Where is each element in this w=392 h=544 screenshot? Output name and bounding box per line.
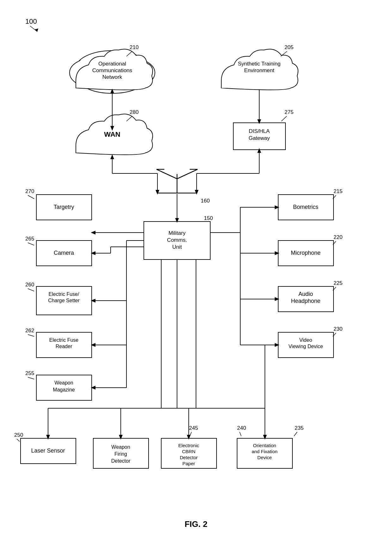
ref-225: 225 xyxy=(334,280,342,286)
mcu-label-line3: Unit xyxy=(172,244,182,250)
targetry-label: Targetry xyxy=(53,204,74,210)
wfd-label-line1: Weapon xyxy=(111,444,130,450)
svg-line-0 xyxy=(30,26,37,32)
ref-255: 255 xyxy=(25,370,34,376)
efr-label-line2: Reader xyxy=(56,344,72,349)
ocn-label-line1: Operational xyxy=(98,61,126,67)
ecbrn-label-line1: Electronic xyxy=(178,443,199,448)
svg-line-22 xyxy=(28,289,34,291)
wm-label-line1: Weapon xyxy=(54,380,73,385)
ocn-label-line3: Network xyxy=(102,74,122,80)
svg-line-23 xyxy=(28,335,34,336)
mcu-label-line2: Comms. xyxy=(167,237,187,243)
svg-line-16 xyxy=(156,169,177,179)
efcs-label-line1: Electric Fuse/ xyxy=(49,291,79,297)
ste-label-line2: Environment xyxy=(244,67,274,73)
svg-line-24 xyxy=(28,377,34,379)
ref-265: 265 xyxy=(25,236,34,242)
camera-label: Camera xyxy=(54,250,74,256)
oafd-label-line1: Orientation xyxy=(253,443,276,448)
svg-marker-51 xyxy=(91,231,95,234)
ref-250: 250 xyxy=(14,432,23,438)
audioheadphone-label-line1: Audio xyxy=(298,291,313,297)
videoviewing-label-line1: Video xyxy=(299,337,312,343)
svg-line-17 xyxy=(177,169,198,179)
efcs-label-line2: Charge Setter xyxy=(48,298,80,303)
svg-line-13 xyxy=(281,116,287,121)
figure-label: FIG. 2 xyxy=(185,519,207,529)
ref-235: 235 xyxy=(295,425,303,431)
audioheadphone-label-line2: Headphone xyxy=(291,298,320,304)
oafd-label-line3: Device xyxy=(257,455,272,460)
microphone-label: Microphone xyxy=(291,250,321,256)
efr-label-line1: Electric Fuse xyxy=(49,337,79,343)
ocn-cloud: Operational Communications Network xyxy=(70,49,155,93)
wfd-label-line2: Firing xyxy=(114,451,127,457)
ref-240: 240 xyxy=(237,425,246,431)
wfd-label-line3: Detector xyxy=(111,458,131,464)
ref-160: 160 xyxy=(201,198,210,204)
svg-line-32 xyxy=(240,432,241,436)
svg-marker-42 xyxy=(156,190,159,195)
mcu-label-line1: Military xyxy=(168,230,186,236)
videoviewing-label-line2: Viewing Device xyxy=(288,344,323,349)
figure-ref-100: 100 xyxy=(25,17,37,25)
oafd-label-line2: and Fixation xyxy=(252,449,278,454)
ecbrn-label-line3: Detector xyxy=(180,455,198,460)
dishla-label-line2: Gateway xyxy=(248,135,270,141)
svg-marker-47 xyxy=(195,190,199,195)
ref-205: 205 xyxy=(285,44,293,50)
wan-cloud: WAN xyxy=(76,114,153,155)
ste-cloud: Synthetic Training Environment xyxy=(221,49,298,90)
ref-245: 245 xyxy=(189,425,198,431)
ocn-label-line2: Communications xyxy=(92,67,132,73)
ref-270: 270 xyxy=(25,188,34,194)
bometrics-label: Bometrics xyxy=(293,204,318,210)
svg-line-21 xyxy=(28,243,34,245)
wan-label: WAN xyxy=(104,130,120,138)
ref-280: 280 xyxy=(130,109,138,115)
ecbrn-label-line2: CBRN xyxy=(182,449,196,454)
ref-215: 215 xyxy=(334,188,342,194)
ref-262: 262 xyxy=(25,328,34,334)
diagram-container: 100 Operational Communications Network 2… xyxy=(0,0,392,544)
ste-label-line1: Synthetic Training xyxy=(238,61,280,67)
svg-line-31 xyxy=(294,432,297,436)
ecbrn-label-line4: Paper xyxy=(182,461,195,466)
svg-line-29 xyxy=(17,439,20,441)
ref-220: 220 xyxy=(334,234,342,240)
ref-260: 260 xyxy=(25,282,34,288)
antenna-symbol xyxy=(156,169,198,193)
lasersensor-label: Laser Sensor xyxy=(31,447,65,454)
ref-275: 275 xyxy=(285,109,293,115)
dishla-label-line1: DIS/HLA xyxy=(249,128,270,134)
svg-marker-41 xyxy=(110,154,114,159)
svg-line-20 xyxy=(28,195,34,199)
ref-230: 230 xyxy=(334,326,342,332)
ref-210: 210 xyxy=(130,44,138,50)
wm-label-line2: Magazine xyxy=(53,387,75,392)
ref-150: 150 xyxy=(204,215,213,221)
